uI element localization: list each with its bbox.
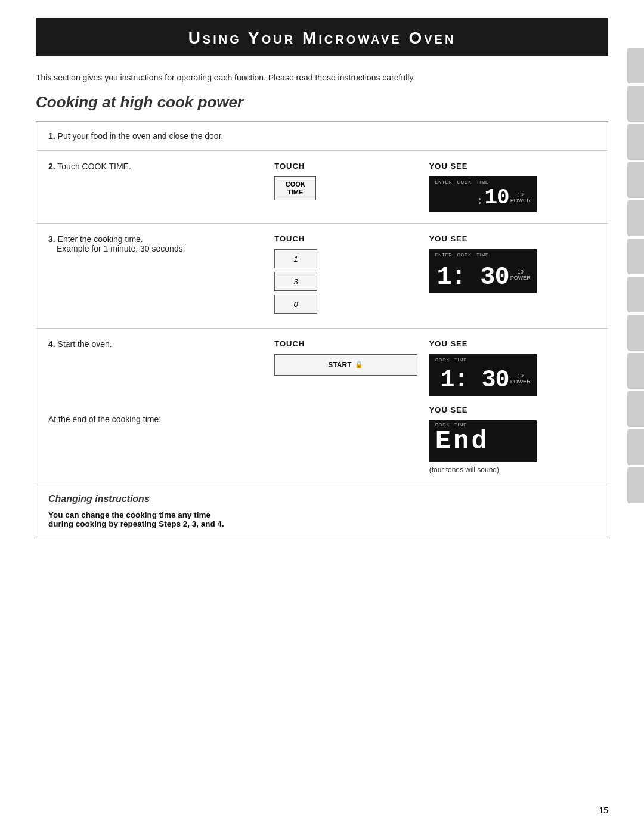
changing-section: Changing instructions You can change the… [36,485,608,538]
step3-touch: TOUCH 1 3 0 [274,234,417,317]
step4-you-see-2: YOU SEE COOK TIME End (four tones will s… [429,405,596,474]
cook-time-button[interactable]: COOKTIME [274,176,316,200]
step2-you-see-label: YOU SEE [429,162,468,171]
step2-display-value: 10 [484,187,509,209]
step4-number: 4. [48,339,55,349]
step4-you-see-label: YOU SEE [429,339,596,348]
step4-description: 4. Start the oven. [48,339,262,349]
step3-row: 3. Enter the cooking time. Example for 1… [36,224,608,329]
num-button-0[interactable]: 0 [274,295,317,314]
step2-description: 2. Touch COOK TIME. [48,162,262,171]
step1-number: 1. [48,131,55,141]
step1-description: Put your food in the oven and close the … [58,131,224,141]
step1-row: 1. Put your food in the oven and close t… [36,122,608,151]
step3-display-value: 1: 30 [437,265,509,290]
start-button[interactable]: START 🔒 [274,354,417,376]
decorative-tabs [627,48,644,506]
step3-superscript: 10 POWER [510,270,531,281]
step4-you-see-1: YOU SEE COOK TIME 1: 30 10 POWER [429,339,596,396]
step4-display1-value: 1: 30 [441,368,509,392]
step2-touch: TOUCH COOKTIME [274,162,417,205]
step3-you-see-label: YOU SEE [429,234,468,243]
num-button-3[interactable]: 3 [274,272,317,291]
step4-middle: TOUCH START 🔒 [274,339,417,380]
step2-dots [479,197,481,209]
step2-you-see: YOU SEE ENTER COOK TIME 10 10 POWER [429,162,596,212]
changing-title: Changing instructions [48,494,596,504]
intro-text: This section gives you instructions for … [36,73,608,82]
step3-description: 3. Enter the cooking time. Example for 1… [48,234,262,253]
four-tones-caption: (four tones will sound) [429,466,596,474]
step4-row: 4. Start the oven. At the end of the coo… [36,329,608,485]
step2-number: 2. [48,162,55,171]
step4-display1-superscript: 10 POWER [510,373,531,385]
step3-you-see: YOU SEE ENTER COOK TIME 1: 30 10 POWER [429,234,596,293]
header-banner: Using Your Microwave Oven [36,18,608,56]
lock-icon: 🔒 [355,361,363,368]
step4-end-value: End [435,428,531,454]
step4-display1-labels: COOK TIME [435,358,531,362]
page-title: Using Your Microwave Oven [36,29,608,48]
step3-display-main: 1: 30 10 POWER [435,265,531,290]
step4-display1-main: 1: 30 10 POWER [435,368,531,392]
step4-touch-label: TOUCH [274,339,417,348]
step2-superscript: 10 POWER [510,192,531,204]
changing-text: You can change the cooking time any time… [48,510,596,528]
step2-display-labels: ENTER COOK TIME [435,180,531,184]
num-button-1[interactable]: 1 [274,249,317,268]
content-box: 1. Put your food in the oven and close t… [36,121,608,538]
step3-display-labels: ENTER COOK TIME [435,253,531,257]
step4-display-end: COOK TIME End [429,420,537,462]
step4-end-description: At the end of the cooking time: [48,414,262,424]
step4-right: YOU SEE COOK TIME 1: 30 10 POWER [429,339,596,474]
step2-display: ENTER COOK TIME 10 10 POWER [429,176,537,212]
step3-display: ENTER COOK TIME 1: 30 10 POWER [429,249,537,293]
step2-touch-label: TOUCH [274,162,305,171]
step4-you-see-end-label: YOU SEE [429,405,596,414]
step2-display-main: 10 10 POWER [435,187,531,209]
step3-touch-label: TOUCH [274,234,305,243]
step2-row: 2. Touch COOK TIME. TOUCH COOKTIME YOU S… [36,151,608,224]
page-number: 15 [599,806,608,815]
step4-display1: COOK TIME 1: 30 10 POWER [429,354,537,396]
section-title: Cooking at high cook power [36,93,608,112]
step3-number: 3. [48,234,55,244]
step4-left: 4. Start the oven. At the end of the coo… [48,339,262,424]
